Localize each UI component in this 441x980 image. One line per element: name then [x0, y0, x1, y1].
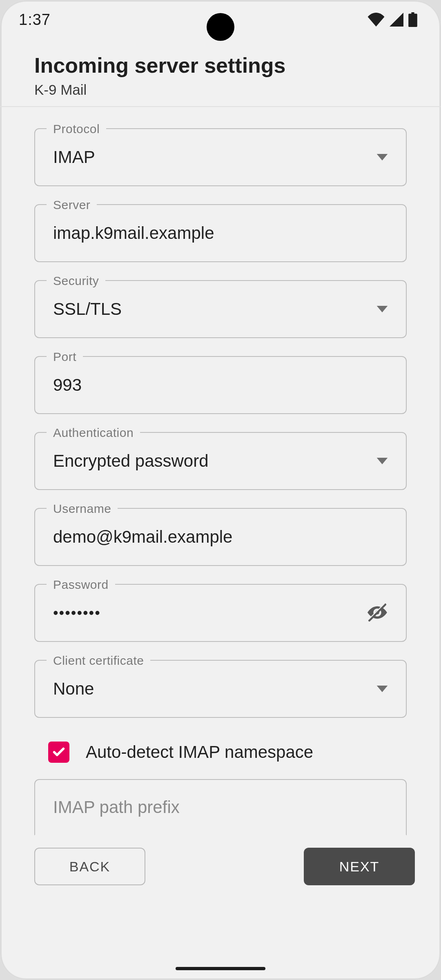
server-label: Server	[47, 198, 97, 212]
chevron-down-icon	[376, 154, 388, 160]
auto-detect-namespace-label: Auto-detect IMAP namespace	[86, 742, 313, 762]
footer-button-bar: BACK NEXT	[34, 848, 415, 885]
chevron-down-icon	[376, 458, 388, 464]
username-value: demo@k9mail.example	[53, 527, 388, 547]
status-icons	[368, 12, 417, 27]
next-button-label: NEXT	[339, 859, 380, 875]
username-label: Username	[47, 502, 118, 516]
client-certificate-value: None	[53, 679, 376, 699]
next-button[interactable]: NEXT	[304, 848, 415, 885]
authentication-value: Encrypted password	[53, 451, 376, 471]
auto-detect-namespace-checkbox[interactable]: Auto-detect IMAP namespace	[34, 736, 407, 779]
eye-off-icon	[367, 618, 388, 624]
password-value: ••••••••	[53, 604, 367, 621]
security-dropdown[interactable]: Security SSL/TLS	[34, 280, 407, 338]
imap-path-prefix-placeholder: IMAP path prefix	[53, 797, 388, 817]
client-certificate-label: Client certificate	[47, 654, 150, 668]
authentication-dropdown[interactable]: Authentication Encrypted password	[34, 432, 407, 490]
username-input[interactable]: Username demo@k9mail.example	[34, 508, 407, 566]
page-subtitle: K-9 Mail	[34, 82, 407, 98]
form-content: Protocol IMAP Server imap.k9mail.example…	[0, 107, 441, 835]
password-input[interactable]: Password ••••••••	[34, 584, 407, 642]
page-title: Incoming server settings	[34, 53, 407, 78]
client-certificate-dropdown[interactable]: Client certificate None	[34, 660, 407, 718]
port-value: 993	[53, 375, 388, 395]
camera-punch-icon	[207, 13, 234, 41]
security-value: SSL/TLS	[53, 299, 376, 319]
password-label: Password	[47, 578, 115, 592]
imap-path-prefix-input[interactable]: IMAP path prefix	[34, 779, 407, 835]
toggle-password-visibility-button[interactable]	[367, 602, 388, 624]
server-input[interactable]: Server imap.k9mail.example	[34, 204, 407, 262]
server-value: imap.k9mail.example	[53, 223, 388, 243]
chevron-down-icon	[376, 306, 388, 312]
authentication-label: Authentication	[47, 426, 140, 440]
protocol-label: Protocol	[47, 122, 106, 136]
page-header: Incoming server settings K-9 Mail	[0, 39, 441, 107]
security-label: Security	[47, 274, 105, 288]
status-bar: 1:37	[0, 0, 441, 39]
chevron-down-icon	[376, 686, 388, 692]
back-button-label: BACK	[69, 859, 111, 875]
gesture-nav-bar	[176, 967, 265, 970]
wifi-icon	[368, 13, 385, 27]
battery-icon	[408, 12, 417, 27]
checkbox-checked-icon	[48, 742, 69, 763]
port-input[interactable]: Port 993	[34, 356, 407, 414]
back-button[interactable]: BACK	[34, 848, 145, 885]
port-label: Port	[47, 350, 83, 364]
protocol-dropdown[interactable]: Protocol IMAP	[34, 128, 407, 186]
cellular-icon	[390, 13, 403, 27]
status-clock: 1:37	[19, 11, 51, 29]
protocol-value: IMAP	[53, 147, 376, 167]
